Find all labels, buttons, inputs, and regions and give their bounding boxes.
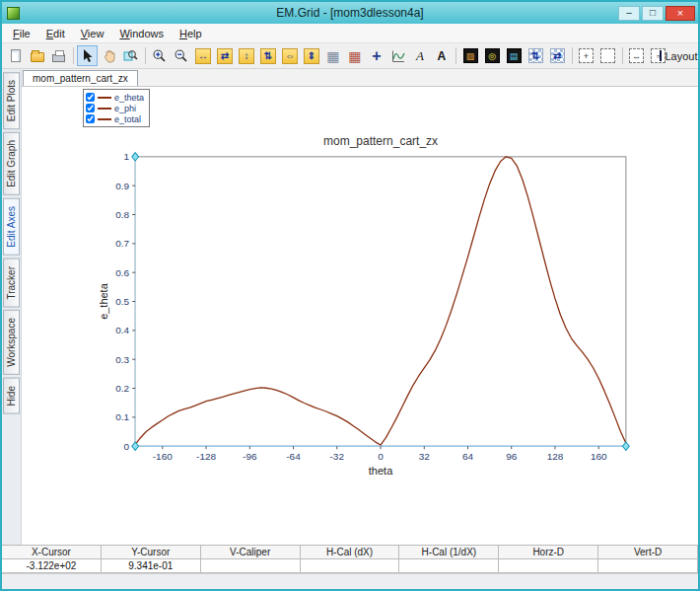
side-tab-edit-axes[interactable]: Edit Axes [3, 198, 20, 256]
side-tab-edit-plots[interactable]: Edit Plots [3, 72, 20, 129]
contour-plot-button[interactable]: ◎ [482, 45, 503, 66]
fit-all-extents-icon: ⇔ [282, 48, 298, 64]
print-button[interactable] [48, 45, 69, 66]
x-tick-label: -96 [243, 451, 257, 462]
swap-rows-icon: ⇅ [528, 48, 543, 63]
select-tool-button[interactable] [77, 45, 98, 66]
minimize-button[interactable]: – [618, 6, 640, 21]
zoom-in-button[interactable] [149, 45, 170, 66]
status-header-h-cal-dx: H-Cal (dX) [301, 546, 400, 559]
side-tab-tracker[interactable]: Tracker [3, 259, 20, 308]
legend-line-sample [98, 97, 111, 99]
x-tick-label: 0 [378, 451, 384, 462]
add-curve-button[interactable] [387, 45, 408, 66]
region-clear-button[interactable] [597, 45, 618, 66]
layout-button[interactable]: Layout▾ [669, 45, 695, 66]
legend-checkbox-e-total[interactable] [86, 114, 95, 123]
open-folder-icon [31, 52, 44, 62]
status-value-x-cursor: -3.122e+02 [2, 559, 102, 573]
y-tick-label: 1 [124, 151, 130, 162]
y-tick-label: 0.9 [115, 181, 129, 191]
compress-x-button[interactable]: ⇄ [214, 45, 235, 66]
x-tick-label: -64 [286, 451, 301, 462]
legend-line-sample [98, 108, 111, 110]
side-tab-workspace[interactable]: Workspace [3, 310, 20, 375]
status-value-vert-d [598, 559, 698, 573]
menu-file[interactable]: File [5, 26, 38, 41]
annotation-arrow-button[interactable]: A [409, 45, 430, 66]
caption-buttons: – □ × [618, 6, 698, 21]
zoom-window-tool-button[interactable] [120, 45, 141, 66]
y-tick-label: 0.1 [115, 411, 129, 422]
add-text-button[interactable]: A [431, 45, 452, 66]
content-area: mom_pattern_cart_zx -160-128-96-64-32032… [22, 69, 698, 545]
region-clear-icon [600, 48, 615, 63]
title-bar[interactable]: EM.Grid - [mom3dlesson4a] – □ × [2, 2, 698, 24]
side-tab-edit-graph[interactable]: Edit Graph [3, 132, 20, 195]
fit-y-extents-icon: ↕ [239, 48, 254, 64]
add-marker-button[interactable]: + [366, 45, 386, 66]
region-width-button[interactable]: ↔ [626, 45, 647, 66]
open-file-button[interactable] [27, 45, 47, 66]
legend: e_thetae_phie_total [83, 89, 150, 127]
x-tick-label: -128 [196, 451, 216, 462]
menu-view[interactable]: View [73, 26, 112, 41]
region-new-button[interactable]: + [576, 45, 596, 66]
annotation-a-icon: A [416, 48, 424, 64]
menu-windows[interactable]: Windows [111, 26, 172, 41]
image-plot-icon: ▨ [463, 48, 478, 63]
data-table-button[interactable]: ▦ [344, 45, 365, 66]
status-value-y-cursor: 9.341e-01 [102, 559, 201, 573]
swap-rows-button[interactable]: ⇅ [525, 45, 546, 66]
status-bar: X-CursorY-CursorV-CaliperH-Cal (dX)H-Cal… [2, 545, 698, 573]
contour-plot-icon: ◎ [485, 48, 500, 63]
pan-tool-button[interactable] [99, 45, 119, 66]
new-file-button[interactable] [5, 45, 26, 66]
maximize-button[interactable]: □ [642, 6, 664, 21]
y-tick-label: 0.2 [115, 383, 129, 394]
bottom-strip [2, 573, 698, 589]
status-value-h-cal-1-dx [399, 559, 499, 573]
fit-x-extents-icon: ↔ [195, 48, 211, 64]
y-axis-label: e_theta [98, 282, 109, 319]
fit-y-extents-button[interactable]: ↕ [236, 45, 256, 66]
surface-plot-button[interactable]: ▤ [504, 45, 525, 66]
x-tick-label: -32 [330, 451, 345, 462]
doc-tab[interactable]: mom_pattern_cart_zx [23, 70, 138, 86]
fit-x-extents-button[interactable]: ↔ [192, 45, 213, 66]
image-plot-button[interactable]: ▨ [460, 45, 481, 66]
y-tick-label: 0.6 [115, 267, 129, 278]
printer-icon [52, 54, 65, 62]
y-tick-label: 0.5 [115, 296, 129, 307]
side-tab-hide[interactable]: Hide [3, 378, 20, 414]
status-value-row: -3.122e+029.341e-01 [2, 559, 698, 573]
x-tick-label: 160 [591, 451, 607, 462]
swap-cols-icon: ⇄ [550, 48, 565, 63]
menu-help[interactable]: Help [172, 26, 210, 41]
swap-cols-button[interactable]: ⇄ [547, 45, 568, 66]
status-value-horz-d [499, 559, 598, 573]
undo-zoom-button[interactable]: ⇕ [301, 45, 321, 66]
zoom-out-icon [174, 48, 188, 63]
compress-y-button[interactable]: ⇅ [257, 45, 278, 66]
data-table-icon: ▦ [348, 49, 361, 63]
plot-canvas[interactable]: -160-128-96-64-32032649612816000.10.20.3… [22, 87, 698, 545]
legend-checkbox-e-theta[interactable] [86, 93, 95, 102]
x-tick-label: 64 [462, 451, 474, 462]
cursor-icon [81, 49, 94, 63]
grid-options-button[interactable]: ▦ [322, 45, 343, 66]
new-file-icon [11, 49, 21, 62]
legend-checkbox-e-phi[interactable] [86, 104, 95, 112]
zoom-out-button[interactable] [171, 45, 191, 66]
legend-row-e-total: e_total [86, 113, 144, 124]
zoom-in-icon [152, 48, 167, 63]
legend-label: e_total [114, 114, 141, 124]
fit-all-extents-button[interactable]: ⇔ [279, 45, 300, 66]
close-button[interactable]: × [665, 6, 695, 21]
side-tab-strip: Edit PlotsEdit GraphEdit AxesTrackerWork… [2, 69, 22, 545]
region-width-icon: ↔ [629, 48, 644, 63]
curve-icon [391, 49, 405, 63]
text-a-icon: A [438, 49, 447, 63]
menu-bar: FileEditViewWindowsHelp [2, 24, 698, 43]
menu-edit[interactable]: Edit [38, 26, 73, 41]
